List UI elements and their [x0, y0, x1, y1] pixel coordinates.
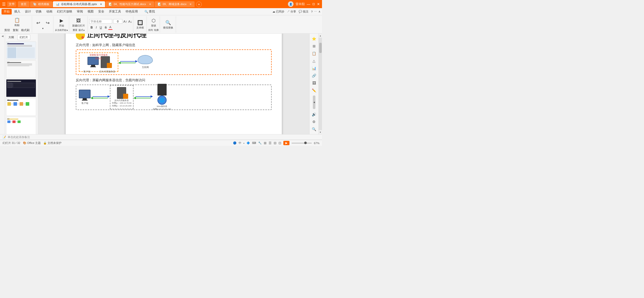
collapse-sidebar-button[interactable]: ◀	[2, 35, 4, 37]
view-outline-button[interactable]: ☰	[269, 141, 272, 145]
right-panel-star-button[interactable]: ⭐	[311, 36, 318, 42]
outline-tab[interactable]: 大纲	[6, 35, 16, 40]
user-avatar[interactable]: 👤	[288, 1, 294, 7]
dropdown-icon[interactable]: ▾	[67, 29, 68, 32]
hamburger-icon[interactable]: ☰	[2, 2, 6, 7]
tab-docx2[interactable]: 📝 09、商域业务.docx ✕	[155, 1, 195, 7]
right-panel-audio-button[interactable]: 🔊	[311, 111, 318, 117]
strikethrough-button[interactable]: S	[104, 25, 108, 30]
right-panel-chart-button[interactable]: 📊	[311, 65, 318, 72]
status-icon-2[interactable]: 中	[239, 141, 241, 145]
font-name-input[interactable]	[89, 19, 112, 24]
bold-button[interactable]: B	[89, 25, 94, 30]
vertical-scrollbar[interactable]: ▲ ▼	[318, 34, 322, 134]
right-panel-expand-button[interactable]: ◀	[313, 96, 315, 109]
format-paint-button[interactable]: 格式刷	[20, 28, 31, 33]
close-tab-docx1-icon[interactable]: ✕	[149, 3, 151, 6]
menu-transition[interactable]: 切换	[34, 9, 44, 15]
comment-button[interactable]: 💬 批注	[299, 10, 309, 13]
menu-insert[interactable]: 插入	[12, 9, 22, 15]
status-icon-4[interactable]: 🔷	[246, 141, 250, 145]
right-panel-shape-button[interactable]: △	[311, 58, 318, 64]
menu-devtools[interactable]: 开发工具	[107, 9, 123, 15]
redo-button[interactable]: ↪	[43, 19, 52, 26]
slide-thumb-27[interactable]: 27	[6, 60, 36, 78]
outline-label[interactable]: 轮廓	[154, 29, 159, 32]
slide-thumb-28[interactable]: 28	[6, 79, 36, 97]
sync-icon[interactable]: ☁ 已同步	[272, 10, 284, 13]
zoom-slider[interactable]	[291, 143, 312, 144]
share-button[interactable]: ↗ 分享	[287, 10, 296, 13]
slides-tab[interactable]: 幻灯片	[17, 35, 30, 40]
underline-button[interactable]: U	[98, 25, 103, 30]
slide-canvas[interactable]: 正向代理与反向代理 正向代理：如科学上网，隐藏客户端信息	[66, 34, 282, 134]
slide-thumb-29[interactable]: 29	[6, 98, 36, 116]
tab-docx1[interactable]: 📝 04、性能与压力测试.docx ✕	[106, 1, 154, 7]
right-panel-link-button[interactable]: 🔗	[311, 72, 318, 79]
find-button[interactable]: 🔍 查找替换	[162, 19, 175, 30]
increase-font-icon[interactable]: A↑	[123, 20, 127, 23]
file-menu[interactable]: 文件	[7, 2, 16, 7]
help-button[interactable]: ?	[311, 10, 313, 13]
menu-start[interactable]: 开始	[2, 9, 12, 15]
start-from-current-button[interactable]: ▶ 开始	[57, 17, 66, 28]
menu-security[interactable]: 安全	[96, 9, 106, 15]
menu-search[interactable]: 🔍查找	[142, 9, 157, 15]
protection-label[interactable]: 🔒 文档未保护	[43, 141, 62, 145]
arrange-label[interactable]: 排列	[148, 29, 153, 32]
font-size-input[interactable]	[113, 19, 122, 24]
close-tab-docx2-icon[interactable]: ✕	[189, 3, 192, 6]
view-normal-button[interactable]: ⊞	[264, 141, 267, 145]
scroll-thumb[interactable]	[319, 43, 322, 53]
slide-thumb-30[interactable]: 30	[6, 117, 36, 134]
collapse-ribbon-button[interactable]: ∧	[318, 10, 320, 13]
textbox-button[interactable]: 🔲 文本框	[135, 19, 145, 30]
tab-home[interactable]: 首页	[18, 1, 30, 7]
reset-label[interactable]: 重置	[73, 29, 77, 32]
right-panel-clipboard-button[interactable]: 📋	[311, 50, 318, 57]
view-grid-button[interactable]: ⊟	[274, 141, 276, 145]
menu-review[interactable]: 审阅	[75, 9, 85, 15]
menu-view[interactable]: 视图	[85, 9, 96, 15]
scroll-track[interactable]	[319, 38, 322, 130]
new-slide-button[interactable]: 🖼 新建幻灯片	[71, 17, 86, 28]
status-icon-1[interactable]: 🔵	[233, 141, 237, 145]
status-icon-5[interactable]: ⌨	[252, 141, 256, 145]
more-undo-icon[interactable]: ▾	[42, 27, 43, 30]
tab-template[interactable]: 🐚 稻壳模板	[30, 1, 52, 7]
menu-animation[interactable]: 动画	[44, 9, 54, 15]
copy-button[interactable]: 复制	[11, 28, 20, 33]
shape-button[interactable]: ⬡ 形状	[149, 17, 158, 28]
scroll-up-button[interactable]: ▲	[319, 34, 322, 38]
paste-button[interactable]: 📋 粘贴	[12, 17, 22, 28]
close-button[interactable]: ✕	[317, 2, 320, 6]
more-button[interactable]: ⋯	[314, 10, 317, 13]
undo-button[interactable]: ↩	[34, 19, 43, 26]
right-panel-image-button[interactable]: 🖼	[311, 80, 318, 86]
menu-special[interactable]: 特色应用	[124, 9, 140, 15]
layout-dropdown-icon[interactable]: ▾	[83, 29, 85, 32]
right-panel-layout-button[interactable]: ⊞	[311, 43, 318, 49]
scroll-down-button[interactable]: ▼	[319, 130, 322, 134]
minimize-button[interactable]: —	[307, 2, 310, 6]
status-icon-6[interactable]: 🔧	[258, 141, 262, 145]
maximize-button[interactable]: ⊡	[312, 2, 315, 6]
right-panel-draw-button[interactable]: ✏️	[311, 87, 318, 93]
decrease-font-icon[interactable]: A↓	[128, 20, 132, 23]
right-panel-settings-button[interactable]: ⚙	[311, 118, 318, 125]
notes-bar[interactable]: 📝 单击此处添加备注	[0, 134, 322, 140]
layout-label[interactable]: 版式	[79, 29, 83, 32]
new-tab-button[interactable]: +	[196, 2, 202, 7]
tab-pptx[interactable]: 📊 谷粒商域-分布式高级-图.pptx ✕	[53, 1, 105, 7]
italic-button[interactable]: I	[95, 25, 98, 30]
close-tab-pptx-icon[interactable]: ✕	[100, 3, 102, 6]
play-button[interactable]: ▶	[283, 141, 289, 145]
status-icon-3[interactable]: •	[243, 142, 244, 145]
view-fit-button[interactable]: ⊡	[279, 141, 281, 145]
menu-slideshow[interactable]: 幻灯片放映	[55, 9, 74, 15]
cut-button[interactable]: 剪切	[3, 28, 11, 33]
zoom-thumb[interactable]	[304, 142, 307, 144]
menu-design[interactable]: 设计	[23, 9, 33, 15]
slide-thumb-26[interactable]: 26	[6, 42, 36, 59]
right-panel-zoom-button[interactable]: 🔍	[311, 126, 318, 132]
